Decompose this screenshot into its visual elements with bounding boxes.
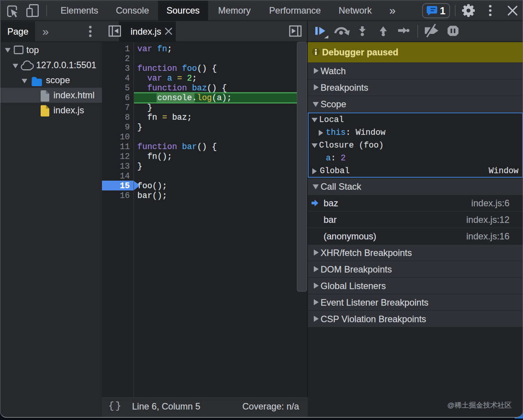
svg-text:1: 1 — [440, 5, 445, 17]
